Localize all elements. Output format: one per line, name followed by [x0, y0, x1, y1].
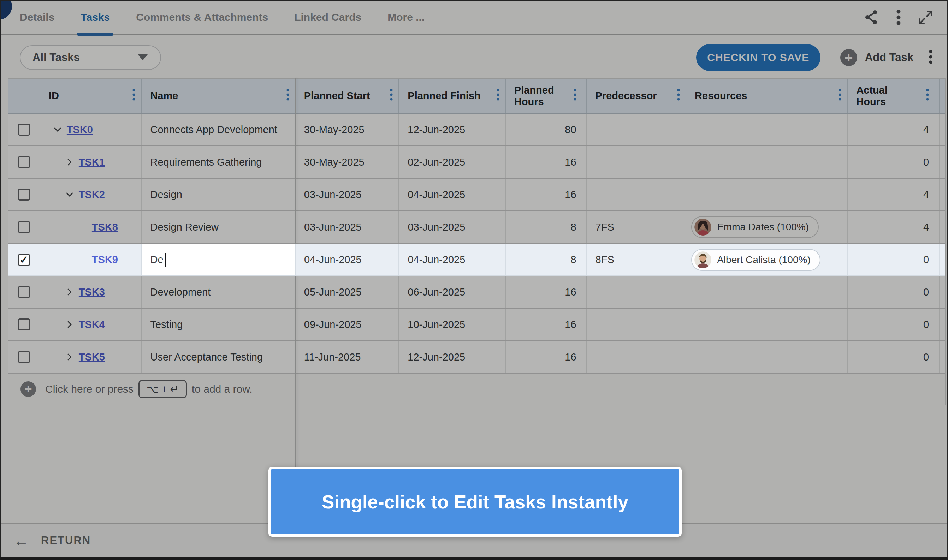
planned-finish-cell[interactable]: 12-Jun-2025 — [399, 114, 506, 146]
tab-more[interactable]: More ... — [388, 0, 425, 35]
planned-finish-cell[interactable]: 06-Jun-2025 — [399, 276, 506, 308]
planned-hours-cell[interactable]: 80 — [506, 114, 587, 146]
actual-hours-cell[interactable]: 4 — [848, 114, 940, 146]
actual-hours-cell[interactable]: 0 — [848, 146, 940, 178]
actual-hours-cell[interactable]: 0 — [848, 341, 940, 373]
planned-start-cell[interactable]: 04-Jun-2025 — [295, 244, 400, 275]
chevron-right-icon[interactable] — [65, 352, 74, 362]
resource-pill[interactable]: Emma Dates (100%) — [691, 216, 819, 238]
tab-tasks[interactable]: Tasks — [80, 0, 110, 35]
predecessor-cell[interactable] — [587, 178, 686, 211]
add-task-button[interactable]: + Add Task — [840, 49, 913, 66]
task-name-cell[interactable]: Testing — [142, 309, 295, 340]
task-id-link[interactable]: TSK0 — [67, 124, 93, 135]
task-id-link[interactable]: TSK5 — [79, 351, 105, 363]
column-menu-icon[interactable] — [286, 89, 289, 103]
column-menu-icon[interactable] — [574, 89, 576, 103]
row-checkbox[interactable] — [18, 221, 30, 233]
task-id-link[interactable]: TSK4 — [79, 319, 105, 331]
resource-pill[interactable]: Albert Calista (100%) — [691, 249, 820, 271]
predecessor-cell[interactable] — [587, 341, 686, 373]
add-row-strip[interactable]: + Click here or press ⌥ + ↵ to add a row… — [8, 374, 945, 405]
planned-finish-cell[interactable]: 02-Jun-2025 — [399, 146, 506, 178]
chevron-right-icon[interactable] — [65, 320, 74, 329]
task-id-link[interactable]: TSK3 — [79, 286, 105, 298]
task-id-link[interactable]: TSK8 — [92, 222, 118, 233]
planned-finish-cell[interactable]: 04-Jun-2025 — [399, 178, 506, 211]
task-name-edit-cell[interactable]: De — [142, 244, 295, 275]
planned-hours-cell[interactable]: 16 — [506, 146, 587, 178]
task-name-cell[interactable]: User Acceptance Testing — [142, 341, 295, 373]
planned-hours-cell[interactable]: 16 — [506, 276, 587, 308]
row-checkbox-checked[interactable]: ✓ — [18, 254, 30, 266]
task-name-cell[interactable]: Design — [142, 178, 295, 211]
planned-hours-cell[interactable]: 8 — [506, 244, 587, 275]
planned-start-cell[interactable]: 03-Jun-2025 — [295, 178, 400, 211]
resources-cell[interactable] — [686, 146, 848, 178]
column-menu-icon[interactable] — [390, 89, 393, 103]
row-checkbox[interactable] — [18, 123, 30, 135]
task-name-cell[interactable]: Connects App Development — [142, 114, 295, 146]
task-name-cell[interactable]: Design Review — [142, 211, 295, 243]
resources-cell[interactable]: Albert Calista (100%) — [686, 244, 848, 275]
column-menu-icon[interactable] — [839, 89, 841, 103]
tab-comments-attachments[interactable]: Comments & Attachments — [136, 0, 268, 35]
planned-finish-cell[interactable]: 04-Jun-2025 — [399, 244, 506, 275]
planned-hours-cell[interactable]: 16 — [506, 309, 587, 340]
checkin-to-save-button[interactable]: CHECKIN TO SAVE — [696, 44, 820, 71]
actual-hours-cell[interactable]: 0 — [848, 276, 940, 308]
resources-cell[interactable] — [686, 178, 848, 211]
planned-hours-cell[interactable]: 16 — [506, 178, 587, 211]
task-name-cell[interactable]: Development — [142, 276, 295, 308]
planned-start-cell[interactable]: 30-May-2025 — [295, 146, 400, 178]
column-menu-icon[interactable] — [926, 89, 929, 103]
row-checkbox[interactable] — [18, 156, 30, 168]
row-checkbox[interactable] — [18, 286, 30, 298]
planned-start-cell[interactable]: 11-Jun-2025 — [295, 341, 400, 373]
actual-hours-cell[interactable]: 4 — [848, 211, 940, 243]
predecessor-cell[interactable]: 7FS — [587, 211, 686, 243]
share-icon[interactable] — [863, 9, 879, 25]
column-menu-icon[interactable] — [132, 89, 135, 103]
chevron-down-icon[interactable] — [65, 189, 74, 200]
return-button[interactable]: RETURN — [41, 534, 91, 547]
row-checkbox[interactable] — [18, 351, 30, 363]
resources-cell[interactable] — [686, 341, 848, 373]
toolbar-kebab-menu-icon[interactable] — [929, 50, 933, 65]
actual-hours-cell[interactable]: 0 — [848, 309, 940, 340]
planned-start-cell[interactable]: 03-Jun-2025 — [295, 211, 400, 243]
column-menu-icon[interactable] — [677, 89, 680, 103]
kebab-menu-icon[interactable] — [896, 9, 901, 25]
resources-cell[interactable] — [686, 276, 848, 308]
predecessor-cell[interactable]: 8FS — [587, 244, 686, 275]
tab-linked-cards[interactable]: Linked Cards — [294, 0, 361, 35]
tab-details[interactable]: Details — [20, 0, 54, 35]
task-id-link[interactable]: TSK9 — [92, 254, 118, 266]
planned-finish-cell[interactable]: 12-Jun-2025 — [399, 341, 506, 373]
planned-start-cell[interactable]: 30-May-2025 — [295, 114, 400, 146]
chevron-right-icon[interactable] — [65, 157, 74, 167]
planned-hours-cell[interactable]: 8 — [506, 211, 587, 243]
task-name-cell[interactable]: Requirements Gathering — [142, 146, 295, 178]
planned-finish-cell[interactable]: 10-Jun-2025 — [399, 309, 506, 340]
column-menu-icon[interactable] — [497, 89, 499, 103]
planned-start-cell[interactable]: 05-Jun-2025 — [295, 276, 400, 308]
expand-icon[interactable] — [918, 9, 934, 25]
predecessor-cell[interactable] — [587, 114, 686, 146]
predecessor-cell[interactable] — [587, 276, 686, 308]
predecessor-cell[interactable] — [587, 309, 686, 340]
actual-hours-cell[interactable]: 4 — [848, 178, 940, 211]
chevron-right-icon[interactable] — [65, 287, 74, 297]
actual-hours-cell[interactable]: 0 — [848, 244, 940, 275]
predecessor-cell[interactable] — [587, 146, 686, 178]
planned-finish-cell[interactable]: 03-Jun-2025 — [399, 211, 506, 243]
back-arrow-icon[interactable]: ← — [14, 533, 29, 548]
row-checkbox[interactable] — [18, 189, 30, 200]
row-checkbox[interactable] — [18, 318, 30, 331]
resources-cell[interactable] — [686, 309, 848, 340]
planned-hours-cell[interactable]: 16 — [506, 341, 587, 373]
resources-cell[interactable]: Emma Dates (100%) — [686, 211, 848, 243]
task-id-link[interactable]: TSK2 — [79, 189, 105, 200]
planned-start-cell[interactable]: 09-Jun-2025 — [295, 309, 400, 340]
task-filter-dropdown[interactable]: All Tasks — [20, 45, 161, 70]
